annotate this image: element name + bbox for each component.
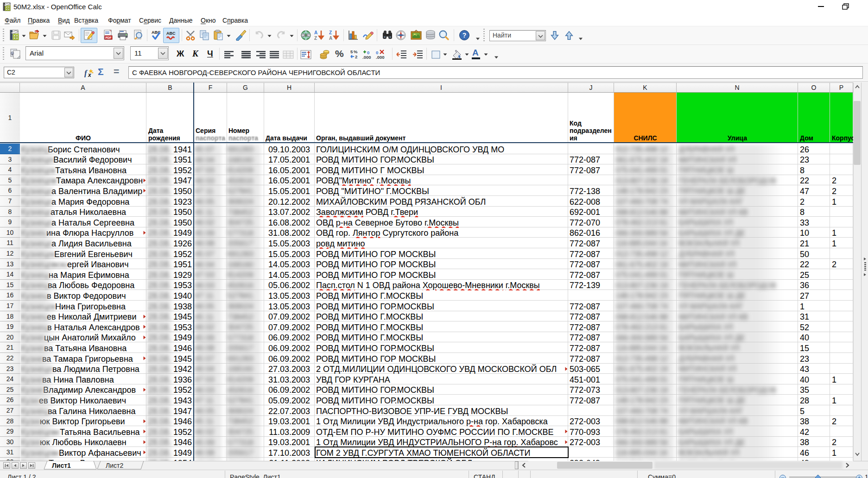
svg-text:Z: Z: [329, 30, 332, 35]
svg-text:?: ?: [463, 31, 467, 39]
svg-text:.000: .000: [376, 55, 385, 60]
svg-text:ABC: ABC: [166, 31, 176, 36]
svg-text:.000: .000: [362, 55, 371, 60]
svg-text:A: A: [314, 30, 317, 35]
svg-text:f: f: [84, 69, 88, 77]
svg-text:%: %: [354, 49, 358, 54]
svg-text:PDF: PDF: [106, 36, 112, 39]
svg-text:5: 5: [350, 49, 353, 54]
svg-text:2: 2: [355, 54, 357, 59]
svg-text:Z: Z: [314, 36, 317, 41]
svg-text:A: A: [329, 36, 332, 41]
